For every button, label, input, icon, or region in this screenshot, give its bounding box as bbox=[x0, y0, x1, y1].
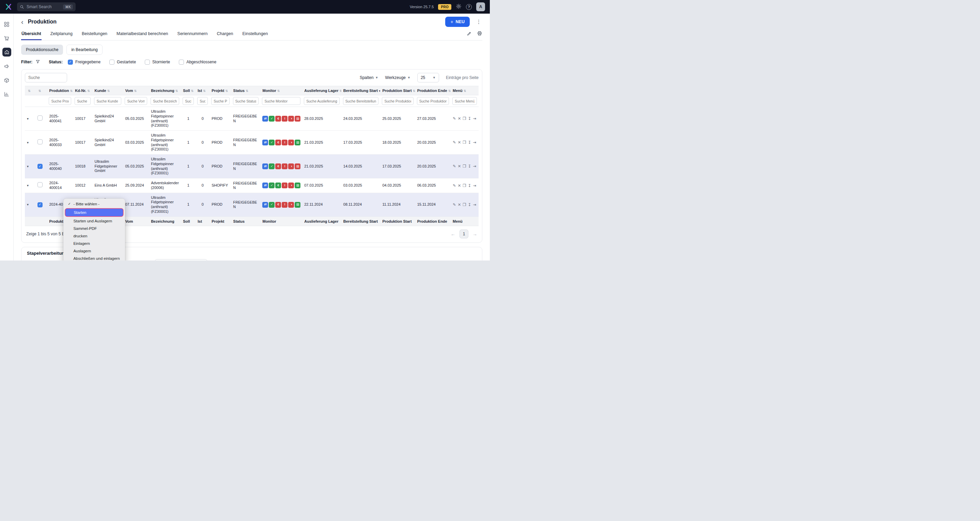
dropdown-item-sammel-pdf[interactable]: Sammel-PDF bbox=[65, 225, 123, 232]
column-filter-input[interactable] bbox=[197, 97, 208, 105]
row-cancel-icon[interactable]: ✕ bbox=[458, 116, 461, 121]
sidebar-item-inventory-box-icon[interactable] bbox=[2, 76, 11, 84]
row-edit-icon[interactable]: ✎ bbox=[453, 116, 456, 121]
row-store-icon[interactable]: ⇥ bbox=[473, 183, 476, 188]
tab-zeitplanung[interactable]: Zeitplanung bbox=[50, 29, 73, 40]
column-filter-input[interactable] bbox=[183, 97, 194, 105]
view-pill-produktionssuche[interactable]: Produktionssuche bbox=[21, 44, 63, 55]
row-cancel-icon[interactable]: ✕ bbox=[458, 164, 461, 168]
row-copy-icon[interactable]: ❐ bbox=[463, 202, 466, 207]
column-filter-input[interactable] bbox=[382, 97, 413, 105]
tab-chargen[interactable]: Chargen bbox=[216, 29, 233, 40]
edit-page-pencil-icon[interactable] bbox=[467, 31, 472, 37]
column-header-monitor[interactable]: Monitor⇅ bbox=[260, 86, 302, 95]
tab-übersicht[interactable]: Übersicht bbox=[21, 29, 41, 40]
column-header-bezeichnung[interactable]: Bezeichnung⇅ bbox=[149, 86, 181, 95]
row-checkbox[interactable]: ✓ bbox=[37, 164, 43, 169]
row-checkbox[interactable] bbox=[37, 116, 43, 121]
status-filter-gestartete[interactable]: Gestartete bbox=[109, 60, 136, 65]
smart-search-input[interactable]: Smart Search ⌘K bbox=[17, 2, 76, 11]
next-page-arrow-icon[interactable]: → bbox=[473, 231, 477, 237]
row-pdf-icon[interactable]: ↧ bbox=[468, 116, 471, 121]
row-store-icon[interactable]: ⇥ bbox=[473, 116, 476, 121]
checkbox-freigegebene[interactable]: ✓ bbox=[68, 60, 73, 65]
column-filter-input[interactable] bbox=[211, 97, 229, 105]
avatar[interactable]: A bbox=[476, 2, 485, 11]
tab-materialbestand-berechnen[interactable]: Materialbestand berechnen bbox=[116, 29, 169, 40]
tab-seriennummern[interactable]: Seriennummern bbox=[177, 29, 208, 40]
column-header-produktion-ende[interactable]: Produktion Ende⇅ bbox=[415, 86, 451, 95]
expand-row-chevron-icon[interactable]: ▾ bbox=[27, 203, 29, 206]
sidebar-item-sales-cart-icon[interactable] bbox=[2, 34, 11, 43]
row-edit-icon[interactable]: ✎ bbox=[453, 202, 456, 207]
status-filter-freigegebene[interactable]: ✓Freigegebene bbox=[68, 60, 100, 65]
row-edit-icon[interactable]: ✎ bbox=[453, 183, 456, 188]
column-filter-input[interactable] bbox=[343, 97, 379, 105]
page-size-select[interactable]: 25 ▼ bbox=[417, 73, 439, 83]
new-button[interactable]: + NEU bbox=[445, 17, 470, 27]
column-header-vom[interactable]: Vom⇅ bbox=[123, 86, 149, 95]
row-cancel-icon[interactable]: ✕ bbox=[458, 140, 461, 145]
row-pdf-icon[interactable]: ↧ bbox=[468, 164, 471, 168]
columns-dropdown-button[interactable]: Spalten ▼ bbox=[360, 75, 379, 80]
row-copy-icon[interactable]: ❐ bbox=[463, 183, 466, 188]
row-cancel-icon[interactable]: ✕ bbox=[458, 202, 461, 207]
column-filter-input[interactable] bbox=[75, 97, 91, 105]
expand-column-header[interactable]: ⇅ bbox=[25, 86, 35, 95]
row-pdf-icon[interactable]: ↧ bbox=[468, 140, 471, 145]
column-header-kd-nr[interactable]: Kd-Nr.⇅ bbox=[73, 86, 92, 95]
column-filter-input[interactable] bbox=[125, 97, 147, 105]
row-pdf-icon[interactable]: ↧ bbox=[468, 183, 471, 188]
print-page-printer-icon[interactable] bbox=[477, 31, 482, 37]
column-filter-input[interactable] bbox=[304, 97, 340, 105]
sidebar-item-analytics-chart-icon[interactable] bbox=[2, 89, 11, 98]
row-edit-icon[interactable]: ✎ bbox=[453, 140, 456, 145]
row-copy-icon[interactable]: ❐ bbox=[463, 140, 466, 145]
column-header-auslieferung-lager[interactable]: Auslieferung Lager⇅ bbox=[302, 86, 341, 95]
expand-row-chevron-icon[interactable]: ▾ bbox=[27, 184, 29, 187]
dropdown-item-einlagern[interactable]: Einlagern bbox=[65, 240, 123, 247]
checkbox-abgeschlossene[interactable] bbox=[179, 60, 184, 65]
tools-dropdown-button[interactable]: Werkzeuge ▼ bbox=[385, 75, 410, 80]
expand-row-chevron-icon[interactable]: ▾ bbox=[27, 117, 29, 121]
table-search-input[interactable] bbox=[25, 73, 67, 83]
column-filter-input[interactable] bbox=[151, 97, 179, 105]
page-number-button[interactable]: 1 bbox=[460, 230, 468, 238]
checkbox-gestartete[interactable] bbox=[109, 60, 115, 65]
more-options-kebab-icon[interactable]: ⋮ bbox=[475, 19, 482, 25]
select-column-header[interactable]: ⇅ bbox=[35, 86, 47, 95]
sidebar-item-marketing-megaphone-icon[interactable] bbox=[2, 62, 11, 70]
column-header-projekt[interactable]: Projekt⇅ bbox=[210, 86, 231, 95]
column-filter-input[interactable] bbox=[233, 97, 259, 105]
back-chevron-icon[interactable]: ‹ bbox=[21, 18, 24, 25]
dropdown-item-bitte-wählen[interactable]: ✓- Bitte wählen - bbox=[65, 200, 123, 208]
row-checkbox[interactable] bbox=[37, 139, 43, 145]
previous-page-arrow-icon[interactable]: ← bbox=[451, 231, 455, 237]
column-filter-input[interactable] bbox=[262, 97, 301, 105]
dropdown-item-starten-und-auslagern[interactable]: Starten und Auslagern bbox=[65, 217, 123, 225]
row-edit-icon[interactable]: ✎ bbox=[453, 164, 456, 168]
row-store-icon[interactable]: ⇥ bbox=[473, 164, 476, 168]
tab-beistellungen[interactable]: Beistellungen bbox=[81, 29, 108, 40]
column-header-produktion-start[interactable]: Produktion Start⇅ bbox=[380, 86, 415, 95]
dropdown-item-abschließen-und-einlagern[interactable]: Abschließen und einlagern bbox=[65, 255, 123, 261]
row-checkbox[interactable] bbox=[37, 182, 43, 187]
dropdown-item-drucken[interactable]: drucken bbox=[65, 232, 123, 240]
column-header-bereitstellung-start[interactable]: Bereitstellung Start▾ bbox=[341, 86, 380, 95]
dropdown-item-auslagern[interactable]: Auslagern bbox=[65, 247, 123, 255]
dropdown-item-starten[interactable]: Starten bbox=[65, 209, 123, 216]
printer-select[interactable]: Dokumentendrucker ▼ bbox=[155, 259, 207, 261]
column-header-ist[interactable]: Ist⇅ bbox=[196, 86, 210, 95]
column-header-kunde[interactable]: Kunde⇅ bbox=[92, 86, 123, 95]
status-filter-abgeschlossene[interactable]: Abgeschlossene bbox=[179, 60, 216, 65]
column-filter-input[interactable] bbox=[452, 97, 477, 105]
column-header-produktion[interactable]: Produktion⇅ bbox=[47, 86, 73, 95]
expand-row-chevron-icon[interactable]: ▾ bbox=[27, 141, 29, 145]
sidebar-item-production[interactable] bbox=[2, 48, 11, 57]
tab-einstellungen[interactable]: Einstellungen bbox=[242, 29, 268, 40]
funnel-icon[interactable] bbox=[35, 59, 40, 65]
row-copy-icon[interactable]: ❐ bbox=[463, 164, 466, 168]
sidebar-item-apps[interactable] bbox=[2, 20, 11, 29]
row-checkbox[interactable]: ✓ bbox=[37, 202, 43, 207]
help-icon[interactable]: ? bbox=[466, 4, 472, 10]
